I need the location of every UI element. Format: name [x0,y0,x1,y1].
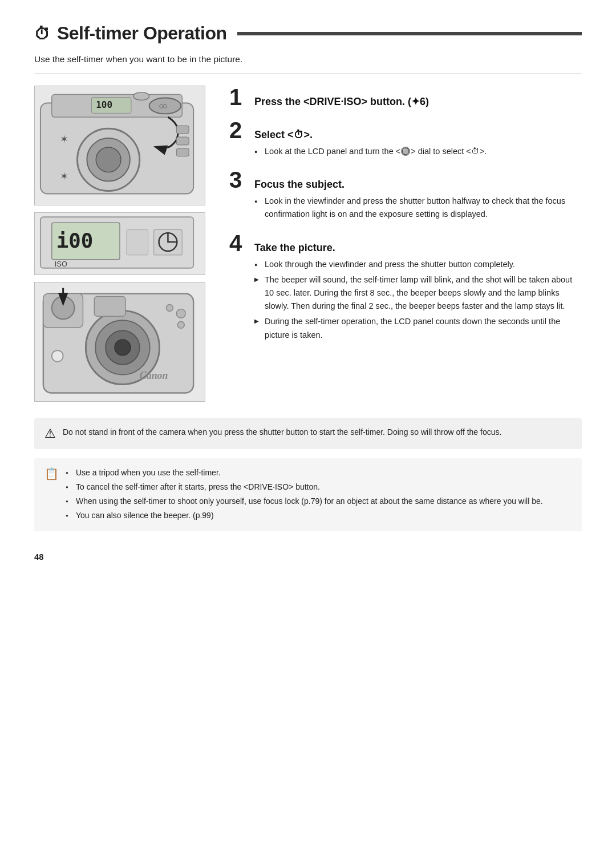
page-title: ⏱ Self-timer Operation [34,23,227,44]
tip-item-4: You can also silence the beeper. (p.99) [66,509,543,522]
intro-text: Use the self-timer when you want to be i… [34,54,582,64]
warning-icon: ⚠ [44,426,56,441]
svg-point-27 [115,340,131,356]
title-underline [237,32,582,35]
tip-item-2: To cancel the self-timer after it starts… [66,481,543,494]
step-4-header: 4 Take the picture. [229,232,582,255]
lcd-panel-image: i00 ISO [34,212,205,275]
svg-text:✶: ✶ [60,134,68,145]
tip-item-1: Use a tripod when you use the self-timer… [66,466,543,479]
right-column: 1 Press the <DRIVE·ISO> button. (✦6) 2 S… [229,86,582,402]
svg-rect-13 [176,137,189,145]
step-1-header: 1 Press the <DRIVE·ISO> button. (✦6) [229,86,582,108]
step-4-title: Take the picture. [254,242,335,254]
svg-text:ISO: ISO [55,260,67,268]
svg-point-9 [96,147,121,172]
svg-rect-14 [176,148,189,156]
tip-box: 📋 Use a tripod when you use the self-tim… [34,458,582,531]
camera-top-image: ◯◯ 100 ✶ ✶ [34,86,205,205]
svg-text:100: 100 [96,99,112,110]
tip-body: Use a tripod when you use the self-timer… [66,466,543,523]
svg-point-32 [176,309,185,318]
step-4-list: Look through the viewfinder and press th… [254,258,582,342]
left-column: ◯◯ 100 ✶ ✶ [34,86,211,402]
step-1: 1 Press the <DRIVE·ISO> button. (✦6) [229,86,582,108]
tip-item-3: When using the self-timer to shoot only … [66,495,543,508]
svg-text:Canon: Canon [140,370,168,381]
page-number: 48 [34,552,582,562]
camera-front-image: Canon [34,282,205,402]
step-2-body: Look at the LCD panel and turn the <🔘> d… [254,145,582,158]
step-3-title: Focus the subject. [254,179,345,191]
tip-icon: 📋 [44,467,59,481]
step-2-number: 2 [229,119,249,142]
svg-point-30 [52,297,75,320]
svg-text:✶: ✶ [60,171,68,182]
step-4: 4 Take the picture. Look through the vie… [229,232,582,342]
lcd-svg: i00 ISO [35,212,205,275]
step-1-title-suffix: (✦6) [408,96,429,107]
step-2-title: Select <⏱>. [254,129,313,141]
tip-list: Use a tripod when you use the self-timer… [66,466,543,522]
step-3-header: 3 Focus the subject. [229,168,582,191]
step-2-item-1: Look at the LCD panel and turn the <🔘> d… [254,145,582,158]
step-4-number: 4 [229,232,249,255]
step-4-item-3: During the self-timer operation, the LCD… [254,315,582,341]
step-3-item-1: Look in the viewfinder and press the shu… [254,195,582,221]
camera-top-svg: ◯◯ 100 ✶ ✶ [35,86,205,205]
self-timer-icon: ⏱ [34,25,50,43]
step-3-list: Look in the viewfinder and press the shu… [254,195,582,221]
page-title-bar: ⏱ Self-timer Operation [34,23,582,44]
step-1-title-text: Press the <DRIVE·ISO> button. [254,96,408,107]
svg-point-29 [52,350,63,362]
step-3: 3 Focus the subject. Look in the viewfin… [229,168,582,221]
svg-point-4 [133,92,149,100]
step-1-title: Press the <DRIVE·ISO> button. (✦6) [254,95,429,108]
camera-front-svg: Canon [35,282,205,402]
svg-text:i00: i00 [56,229,94,252]
svg-point-33 [166,304,173,311]
warning-box: ⚠ Do not stand in front of the camera wh… [34,418,582,449]
svg-rect-21 [127,229,148,255]
svg-text:◯◯: ◯◯ [160,102,168,110]
svg-rect-12 [176,126,189,134]
svg-rect-28 [94,297,125,317]
main-content: ◯◯ 100 ✶ ✶ [34,86,582,402]
step-3-body: Look in the viewfinder and press the shu… [254,195,582,221]
step-2-header: 2 Select <⏱>. [229,119,582,142]
step-4-body: Look through the viewfinder and press th… [254,258,582,342]
warning-text: Do not stand in front of the camera when… [63,426,501,438]
step-3-number: 3 [229,168,249,191]
step-2-list: Look at the LCD panel and turn the <🔘> d… [254,145,582,158]
step-2: 2 Select <⏱>. Look at the LCD panel and … [229,119,582,158]
step-4-item-1: Look through the viewfinder and press th… [254,258,582,271]
intro-divider [34,74,582,74]
step-1-number: 1 [229,86,249,108]
step-4-item-2: The beeper will sound, the self-timer la… [254,273,582,313]
svg-point-34 [177,321,184,328]
